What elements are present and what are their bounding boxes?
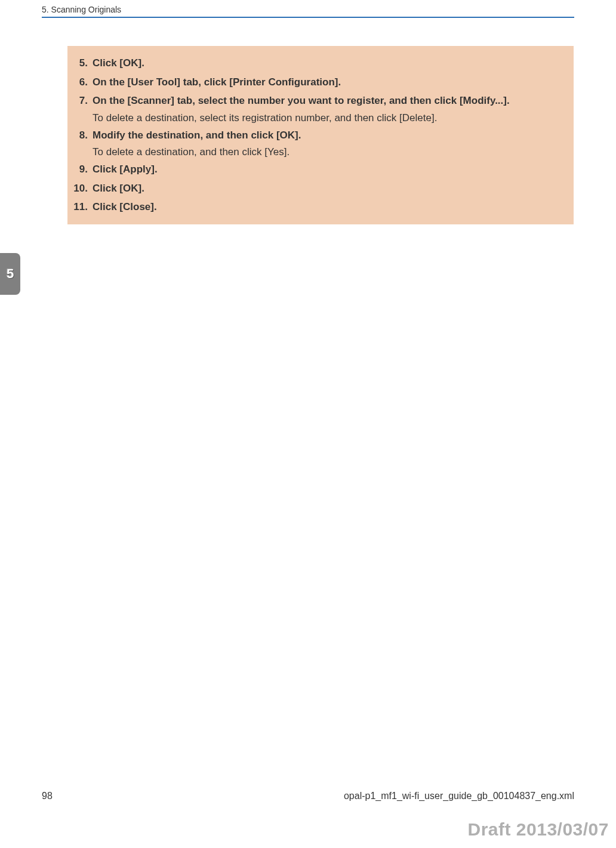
step-number: 6. [67, 75, 88, 90]
step-number: 9. [67, 162, 88, 177]
step-subtext: To delete a destination, and then click … [93, 146, 563, 158]
step-subtext: To delete a destination, select its regi… [93, 112, 563, 124]
chapter-tab: 5 [0, 253, 20, 295]
step-number: 10. [67, 181, 88, 196]
step-text: On the [User Tool] tab, click [Printer C… [93, 75, 341, 90]
step-row: 7. On the [Scanner] tab, select the numb… [67, 93, 563, 109]
file-reference: opal-p1_mf1_wi-fi_user_guide_gb_00104837… [344, 791, 574, 801]
step-row: 10. Click [OK]. [67, 181, 563, 196]
step-row: 8. Modify the destination, and then clic… [67, 128, 563, 143]
header-rule [42, 17, 574, 18]
step-row: 6. On the [User Tool] tab, click [Printe… [67, 75, 563, 90]
step-row: 11. Click [Close]. [67, 199, 563, 215]
step-number: 5. [67, 55, 88, 71]
step-text: On the [Scanner] tab, select the number … [93, 93, 510, 109]
step-text: Modify the destination, and then click [… [93, 128, 301, 143]
step-text: Click [OK]. [93, 181, 144, 196]
step-number: 11. [67, 199, 88, 215]
page-number: 98 [42, 791, 53, 801]
step-number: 7. [67, 93, 88, 109]
step-row: 5. Click [OK]. [67, 55, 563, 71]
step-row: 9. Click [Apply]. [67, 162, 563, 177]
draft-stamp: Draft 2013/03/07 [468, 819, 609, 840]
step-text: Click [Close]. [93, 199, 157, 215]
step-text: Click [Apply]. [93, 162, 158, 177]
step-text: Click [OK]. [93, 55, 144, 71]
instruction-box: 5. Click [OK]. 6. On the [User Tool] tab… [67, 46, 574, 224]
step-number: 8. [67, 128, 88, 143]
section-header: 5. Scanning Originals [42, 5, 121, 14]
chapter-number: 5 [7, 266, 14, 282]
